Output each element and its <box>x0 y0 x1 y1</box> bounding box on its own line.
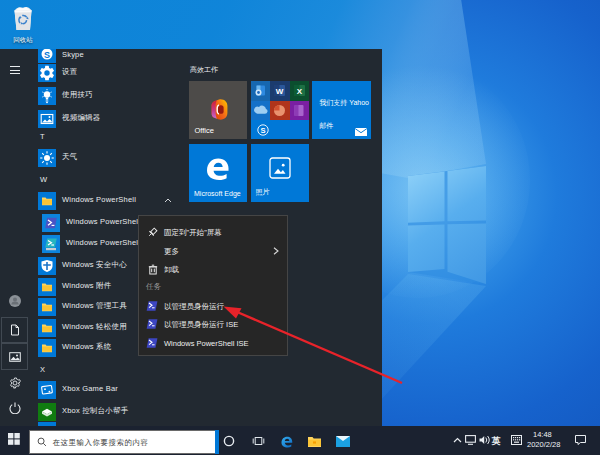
svg-text:S: S <box>261 126 266 135</box>
svg-text:W: W <box>276 87 284 96</box>
svg-text:X: X <box>297 87 303 96</box>
svg-text:S: S <box>43 50 49 60</box>
